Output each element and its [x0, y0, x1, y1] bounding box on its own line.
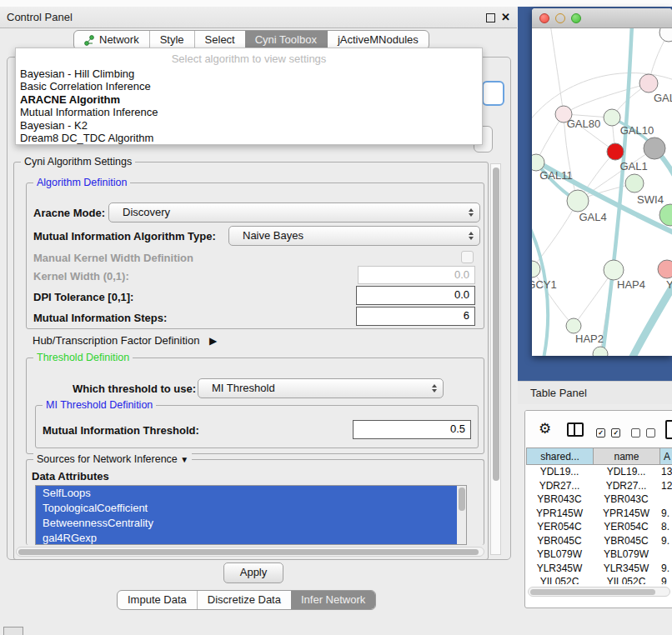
node-salmon[interactable]: [658, 260, 672, 278]
node-label: GCY1: [532, 278, 557, 291]
mi-threshold-field[interactable]: 0.5: [353, 420, 471, 439]
list-scrollbar[interactable]: [457, 486, 466, 544]
gear-icon[interactable]: ⚙: [539, 420, 551, 438]
list-item-selfloops[interactable]: SelfLoops: [36, 486, 466, 501]
dpi-tolerance-field[interactable]: 0.0: [356, 286, 475, 305]
table-row[interactable]: YBL079WYBL079W: [526, 548, 672, 562]
column-header-sharedname[interactable]: shared...: [526, 448, 594, 465]
tab-impute-data-label: Impute Data: [128, 591, 187, 609]
hub-definition-toggle[interactable]: Hub/Transcription Factor Definition ▶: [33, 334, 217, 347]
split-columns-icon[interactable]: [567, 422, 584, 437]
table-panel-titlebar: Table Panel: [518, 381, 672, 404]
hidden-combo-focus-fragment: [482, 81, 504, 106]
tab-cyni-toolbox[interactable]: Cyni Toolbox: [245, 31, 327, 49]
table-row[interactable]: YDL19...YDL19...13: [526, 465, 672, 479]
list-item-gal4rgexp[interactable]: gal4RGexp: [36, 531, 466, 545]
node-gray[interactable]: [644, 138, 665, 159]
network-window-titlebar[interactable]: [532, 8, 672, 28]
column-header-name[interactable]: name: [593, 448, 660, 465]
aracne-mode-value: Discovery: [123, 203, 170, 222]
dropdown-item-aracne[interactable]: ARACNE Algorithm: [16, 93, 482, 106]
table-row[interactable]: YBR045CYBR045C9.: [526, 534, 672, 548]
which-threshold-combo[interactable]: MI Threshold: [198, 378, 444, 398]
close-traffic-light-icon[interactable]: [539, 13, 549, 23]
table-row[interactable]: YLR345WYLR345W9.: [526, 562, 672, 576]
tab-select-label: Select: [205, 31, 235, 49]
settings-vscrollbar[interactable]: [490, 163, 501, 555]
tab-impute-data[interactable]: Impute Data: [118, 591, 197, 609]
node-hap4[interactable]: [604, 260, 624, 280]
list-item-betweennesscentrality[interactable]: BetweennessCentrality: [36, 516, 466, 531]
node-unlabeled-top[interactable]: [659, 28, 672, 42]
table-row[interactable]: YDR27...YDR27...12: [526, 479, 672, 493]
data-attributes-list[interactable]: SelfLoops TopologicalCoefficient Between…: [35, 485, 467, 545]
float-window-icon[interactable]: [486, 13, 495, 22]
table-row[interactable]: YBR043CYBR043C: [526, 492, 672, 507]
list-scrollbar-thumb[interactable]: [459, 488, 465, 511]
mi-type-combo[interactable]: Naive Bayes: [228, 226, 480, 246]
dpi-tolerance-label: DPI Tolerance [0,1]:: [33, 291, 133, 303]
minimize-traffic-light-icon[interactable]: [555, 13, 565, 23]
table-panel-box: ⚙ ✓ ✓ shared... name A YDL19...YDL19...1…: [524, 410, 672, 608]
zoom-traffic-light-icon[interactable]: [571, 13, 581, 23]
node-gcy1[interactable]: [532, 261, 540, 278]
node-gal11[interactable]: [532, 154, 544, 171]
dropdown-item-dream8[interactable]: Dream8 DC_TDC Algorithm: [16, 132, 482, 144]
kernel-width-label: Kernel Width (0,1):: [33, 270, 129, 282]
table-row[interactable]: YPR145WYPR145W9.: [526, 507, 672, 521]
dropdown-item-bayesian-hill-climbing[interactable]: Bayesian - Hill Climbing: [16, 68, 482, 80]
manual-kernel-checkbox[interactable]: [461, 251, 474, 263]
cyni-bottom-tabbar: Impute Data Discretize Data Infer Networ…: [117, 590, 376, 610]
settings-hscrollbar-thumb[interactable]: [18, 549, 479, 555]
expand-right-icon[interactable]: ▶: [209, 335, 217, 347]
bottom-left-button[interactable]: [3, 627, 23, 635]
dropdown-item-basic-correlation[interactable]: Basic Correlation Inference: [16, 80, 482, 92]
combo-arrows-icon: [469, 232, 474, 240]
settings-vscrollbar-thumb[interactable]: [493, 168, 499, 481]
dropdown-item-bayesian-k2[interactable]: Bayesian - K2: [16, 119, 482, 132]
table-hscrollbar-thumb[interactable]: [530, 589, 655, 595]
tab-infer-network-label: Infer Network: [301, 591, 365, 609]
apply-button[interactable]: Apply: [223, 562, 283, 583]
table-row[interactable]: YER054CYER054C8.: [526, 520, 672, 534]
collapse-down-icon[interactable]: ▼: [180, 455, 188, 464]
kernel-width-field[interactable]: 0.0: [358, 266, 475, 284]
node-gal1[interactable]: [625, 174, 644, 192]
deselect-all-columns-icon[interactable]: [631, 425, 655, 440]
settings-hscrollbar[interactable]: [16, 547, 484, 557]
node-hap2[interactable]: [566, 318, 581, 333]
table-row[interactable]: YIL052CYIL052C9: [526, 575, 672, 584]
algorithm-definition-title: Algorithm Definition: [33, 177, 130, 188]
node-label: Y: [666, 278, 672, 291]
which-threshold-value: MI Threshold: [212, 379, 275, 398]
tab-discretize-data[interactable]: Discretize Data: [197, 591, 291, 609]
node-label: HAP4: [617, 278, 645, 291]
network-canvas[interactable]: GAL GAL80 GAL10 GAL1 GAL11 SWI4 GAL4 GCY…: [532, 28, 672, 356]
select-all-columns-icon[interactable]: ✓ ✓: [596, 425, 620, 440]
column-header-cut[interactable]: A: [659, 448, 672, 465]
table-hscrollbar[interactable]: [528, 587, 670, 597]
tab-select[interactable]: Select: [194, 31, 245, 49]
tab-network[interactable]: Network: [74, 31, 149, 49]
control-panel-titlebar: Control Panel ✕: [0, 7, 517, 28]
node-gal-cut[interactable]: [639, 74, 658, 92]
algorithm-dropdown-list: Select algorithm to view settings Bayesi…: [15, 48, 483, 145]
data-attributes-label: Data Attributes: [32, 470, 109, 482]
node-swi4[interactable]: [659, 204, 672, 226]
network-node-labels: GAL GAL80 GAL10 GAL1 GAL11 SWI4 GAL4 GCY…: [532, 92, 672, 345]
node-label: GAL80: [567, 118, 600, 130]
mi-steps-field[interactable]: 6: [356, 307, 475, 326]
tab-infer-network[interactable]: Infer Network: [291, 591, 375, 609]
node-gal10[interactable]: [604, 109, 620, 126]
document-icon[interactable]: [665, 420, 672, 439]
node-unlabeled-bottom[interactable]: [593, 347, 608, 356]
aracne-mode-combo[interactable]: Discovery: [108, 202, 480, 222]
close-icon[interactable]: ✕: [501, 10, 510, 24]
list-item-topologicalcoefficient[interactable]: TopologicalCoefficient: [36, 501, 466, 516]
node-gal4[interactable]: [567, 190, 589, 212]
dropdown-item-mutual-information[interactable]: Mutual Information Inference: [16, 106, 482, 118]
tab-style[interactable]: Style: [149, 31, 194, 49]
table-toolbar: ⚙ ✓ ✓: [525, 411, 672, 448]
node-red[interactable]: [607, 143, 624, 160]
tab-jactivemnodules[interactable]: jActiveMNodules: [327, 31, 429, 49]
